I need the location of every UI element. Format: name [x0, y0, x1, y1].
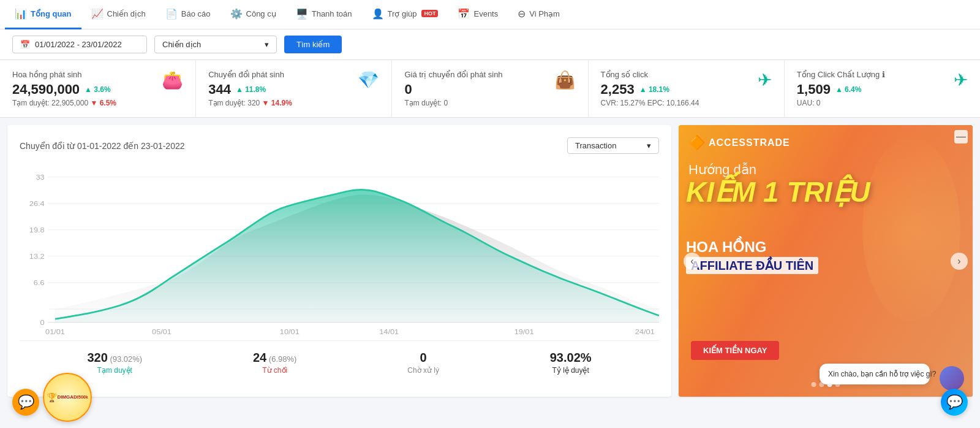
bstat-value-tamduyет: 320: [87, 351, 107, 364]
bag-icon: 👜: [554, 70, 576, 90]
nav-label-thanhtoan: Thanh toán: [312, 9, 352, 18]
bstat-tyleduyет: 93.02% Tỷ lệ duyệt: [550, 351, 592, 375]
svg-text:24/01: 24/01: [635, 327, 655, 335]
date-range-value: 01/01/2022 - 23/01/2022: [35, 40, 122, 49]
campaign-icon: 📈: [91, 8, 104, 20]
bstat-tuchoi: 24 (6.98%) Từ chối: [253, 351, 296, 375]
banner-cta-button[interactable]: KIẾM TIỀN NGAY: [691, 341, 779, 360]
chart-area: 33 26.4 19.8 13.2 6.6 0: [20, 164, 659, 335]
chart-section: Chuyển đổi từ 01-01-2022 đến 23-01-2022 …: [7, 125, 671, 397]
stat-change-click: ▲ 18.1%: [639, 85, 669, 94]
nav-item-events[interactable]: 📅 Events: [448, 0, 508, 29]
campaign-select[interactable]: Chiến dịch ▾: [154, 36, 277, 53]
calendar-icon: 📅: [20, 40, 30, 49]
minimize-button[interactable]: —: [954, 130, 968, 143]
nav-item-chiendich[interactable]: 📈 Chiến dịch: [81, 0, 156, 29]
chat-bubble: Xin chào, bạn cần hỗ trợ việc gì?: [820, 364, 930, 384]
nav-label-trogiup: Trợ giúp: [388, 9, 417, 18]
stat-card-quality-click: Tổng Click Chất Lượng ℹ 1,509 ▲ 6.4% UAU…: [785, 60, 980, 117]
stat-value-quality: 1,509: [797, 82, 831, 97]
stat-sub-hoahong: Tạm duyệt: 22,905,000 ▼ 6.5%: [12, 99, 116, 107]
stat-value-hoahong: 24,590,000: [12, 82, 80, 97]
nav-item-thanhtoan[interactable]: 🖥️ Thanh toán: [286, 0, 362, 29]
banner-heading2: KIẾM 1 TRIỆU: [686, 177, 870, 207]
stat-change-chuyendoi: ▲ 11.8%: [236, 85, 266, 94]
stat-title-giatri: Giá trị chuyển đổi phát sinh: [404, 70, 502, 79]
send-icon: ✈: [954, 70, 968, 90]
chart-header: Chuyển đổi từ 01-01-2022 đến 23-01-2022 …: [20, 137, 659, 154]
nav-item-tonquan[interactable]: 📊 Tổng quan: [5, 0, 81, 29]
stats-row: Hoa hồng phát sinh 24,590,000 ▲ 3.6% Tạm…: [0, 60, 980, 118]
bstat-label-tuchoi: Từ chối: [253, 366, 296, 375]
dimgadi-badge[interactable]: 🏆 DIMGADI 500k: [43, 373, 92, 404]
stat-value-chuyendoi: 344: [208, 82, 231, 97]
svg-text:10/01: 10/01: [280, 327, 300, 335]
svg-text:05/01: 05/01: [152, 327, 172, 335]
wallet-icon: 👛: [162, 70, 183, 90]
bstat-tamduyет: 320 (93.02%) Tạm duyệt: [87, 351, 142, 375]
report-icon: 📄: [165, 8, 178, 20]
cursor-icon: ✈: [758, 70, 772, 90]
stat-value-click: 2,253: [601, 82, 635, 97]
stat-title-click: Tổng số click: [601, 70, 699, 79]
violation-icon: ⊖: [518, 8, 526, 20]
svg-text:01/01: 01/01: [45, 327, 65, 335]
stat-sub-quality: UAU: 0: [797, 99, 885, 107]
svg-text:0: 0: [40, 318, 45, 326]
diamond-icon: 💎: [358, 70, 379, 90]
events-icon: 📅: [458, 8, 470, 20]
bstat-pct-tuchoi: (6.98%): [269, 354, 297, 364]
chart-type-dropdown[interactable]: Transaction ▾: [567, 137, 659, 154]
stat-card-click: Tổng số click 2,253 ▲ 18.1% CVR: 15.27% …: [589, 60, 785, 117]
banner-dot-1[interactable]: [812, 382, 816, 387]
stat-value-giatri: 0: [404, 82, 412, 97]
banner-heading3: HOA HỒNG: [686, 239, 766, 256]
payment-icon: 🖥️: [296, 8, 308, 20]
stat-sub-click: CVR: 15.27% EPC: 10,166.44: [601, 99, 699, 107]
nav-item-vipham[interactable]: ⊖ Vi Phạm: [508, 0, 570, 29]
bstat-label-tamduyет: Tạm duyệt: [87, 366, 142, 375]
area-chart-svg: 33 26.4 19.8 13.2 6.6 0: [20, 164, 659, 335]
nav-label-congcu: Công cụ: [246, 9, 276, 18]
banner-prev-button[interactable]: ‹: [684, 253, 701, 270]
bstat-pct-tamduyет: (93.02%): [110, 354, 142, 364]
chat-avatar: [940, 366, 964, 391]
nav-label-events: Events: [473, 9, 498, 18]
banner-next-button[interactable]: ›: [951, 253, 968, 270]
chart-dropdown-label: Transaction: [575, 141, 616, 150]
chevron-down-icon: ▾: [647, 141, 651, 150]
overview-icon: 📊: [15, 8, 27, 20]
bstat-value-tyleduyет: 93.02%: [550, 351, 592, 364]
bstat-value-tuchoi: 24: [253, 351, 266, 364]
stat-sub-giatri: Tạm duyệt: 0: [404, 99, 502, 107]
nav-item-congcu[interactable]: ⚙️ Công cụ: [221, 0, 286, 29]
stat-change-hoahong: ▲ 3.6%: [85, 85, 111, 94]
main-content: Chuyển đổi từ 01-01-2022 đến 23-01-2022 …: [0, 118, 980, 404]
stat-sub-chuyendoi: Tạm duyệt: 320 ▼ 14.9%: [208, 99, 292, 107]
dimgadi-inner: 🏆 DIMGADI 500k: [43, 373, 92, 404]
nav-item-baocao[interactable]: 📄 Báo cáo: [156, 0, 221, 29]
bstat-value-choxuly: 0: [420, 351, 427, 364]
help-icon: 👤: [372, 8, 384, 20]
date-range-input[interactable]: 📅 01/01/2022 - 23/01/2022: [12, 36, 147, 53]
search-button[interactable]: Tìm kiếm: [284, 36, 342, 53]
stat-card-chuyendoi: Chuyển đổi phát sinh 344 ▲ 11.8% Tạm duy…: [196, 60, 392, 117]
banner-section: 🔶 ACCESSTRADE Hướng dẫn KIẾM 1 TRIỆU HOA…: [679, 125, 973, 397]
campaign-select-label: Chiến dịch: [162, 40, 201, 49]
filter-bar: 📅 01/01/2022 - 23/01/2022 Chiến dịch ▾ T…: [0, 29, 980, 60]
stat-card-hoahong: Hoa hồng phát sinh 24,590,000 ▲ 3.6% Tạm…: [0, 60, 196, 117]
nav-bar: 📊 Tổng quan 📈 Chiến dịch 📄 Báo cáo ⚙️ Cô…: [0, 0, 980, 29]
bottom-stats: 320 (93.02%) Tạm duyệt 24 (6.98%) Từ chố…: [20, 340, 659, 384]
svg-text:26.4: 26.4: [29, 199, 45, 207]
stat-change-quality: ▲ 6.4%: [835, 85, 862, 94]
svg-text:33: 33: [36, 173, 44, 181]
hot-badge: HOT: [421, 10, 438, 17]
chevron-down-icon: ▾: [265, 40, 269, 49]
tools-icon: ⚙️: [230, 8, 243, 20]
svg-text:6.6: 6.6: [34, 279, 45, 287]
nav-label-chiendich: Chiến dịch: [107, 9, 146, 18]
nav-item-trogup[interactable]: 👤 Trợ giúp HOT: [362, 0, 448, 29]
chat-message: Xin chào, bạn cần hỗ trợ việc gì?: [828, 370, 936, 378]
nav-label-baocao: Báo cáo: [181, 9, 211, 18]
stat-title-hoahong: Hoa hồng phát sinh: [12, 70, 116, 79]
